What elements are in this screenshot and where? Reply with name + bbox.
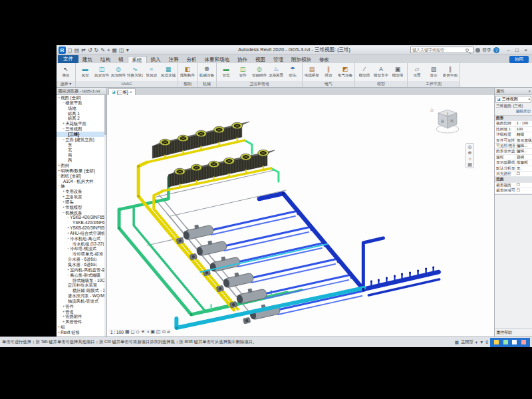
tree-expander-icon[interactable]: − <box>57 273 70 278</box>
tree-expander-icon[interactable] <box>57 299 68 304</box>
ribbon-tool[interactable]: ∿转换为软风管 <box>127 66 143 78</box>
tree-item[interactable]: 西 <box>57 158 106 163</box>
cooling-tower-bank-b[interactable] <box>168 150 275 187</box>
tree-item[interactable]: + YSKB-620/3INF65Z <box>57 225 106 231</box>
tree-item[interactable]: + 卫浴装置 <box>57 194 106 200</box>
property-row[interactable]: 视图比例 1 : 100 <box>495 121 532 126</box>
tree-item[interactable]: − YSKB-420/3INF65Z <box>57 215 106 220</box>
file-tab[interactable]: 文件 <box>58 55 78 63</box>
tree-item[interactable]: + 天花板平面 <box>57 121 106 126</box>
property-row[interactable]: 默认分析显示... 无 <box>495 166 532 172</box>
panel-label[interactable]: 电气 <box>303 81 354 87</box>
ribbon-tab[interactable]: 结构 <box>96 56 114 63</box>
tree-expander-icon[interactable] <box>57 106 68 111</box>
ribbon-tool[interactable]: ☂喷头 <box>285 66 301 78</box>
view-control-icon[interactable]: ⊙ <box>162 329 166 334</box>
ribbon-tool[interactable]: ▨显示 <box>426 66 442 78</box>
collaboration-button[interactable]: 协同 <box>509 56 529 63</box>
ribbon-tool[interactable]: ◎风管附件 <box>110 66 126 78</box>
taskbar-app-icon[interactable] <box>494 340 499 344</box>
tree-expander-icon[interactable]: − <box>57 210 65 215</box>
tree-item[interactable]: − 族 <box>57 184 106 189</box>
tree-item[interactable]: 南 <box>57 152 106 158</box>
view-control-icon[interactable]: ☀ <box>141 329 145 334</box>
signin-button[interactable]: 登录 <box>482 47 491 53</box>
property-row[interactable]: 裁剪视图 ☐ <box>495 183 532 188</box>
view-tab-3d[interactable]: ◪ {三维} × <box>108 88 136 95</box>
tree-item[interactable]: 轴流风机-管道式 <box>57 299 106 304</box>
ribbon-tab[interactable]: 修改 <box>315 56 333 63</box>
property-row[interactable]: 规程 协调 <box>495 155 532 160</box>
browser-scrollbar[interactable] <box>104 95 106 336</box>
qat-button-icon[interactable]: ↺ <box>87 47 93 54</box>
tree-item[interactable]: YSKB-420/3INF65Z <box>57 220 106 225</box>
tree-expander-icon[interactable] <box>57 147 68 152</box>
tree-item[interactable]: 标高 2 <box>57 116 106 121</box>
tree-item[interactable]: 冷水机组 (12-22) <box>57 241 106 247</box>
taskbar-app-icon[interactable] <box>521 340 526 344</box>
viewcube-home-icon[interactable]: ⌂ <box>430 107 434 113</box>
tree-item[interactable]: + 常规模型 <box>57 205 106 210</box>
ribbon-tool[interactable]: ◎管路附件 <box>251 66 267 78</box>
tree-item[interactable]: + 专用设备 <box>57 189 106 194</box>
view-control-icon[interactable]: ▣ <box>150 329 155 334</box>
ribbon-tool[interactable]: ◫风管管件 <box>94 66 110 78</box>
tree-expander-icon[interactable]: + <box>57 304 65 309</box>
tree-item[interactable]: − 冷水机组-离心式 <box>57 236 106 241</box>
tree-expander-icon[interactable]: − <box>57 100 65 106</box>
ribbon-tool[interactable]: ▦风道末端 <box>160 66 176 78</box>
property-row[interactable]: 图形 <box>495 116 532 121</box>
tree-item[interactable]: 东 <box>57 142 106 148</box>
tree-expander-icon[interactable] <box>57 278 72 283</box>
scale-button[interactable]: 1 : 100 <box>110 330 124 334</box>
nav-tool-icon[interactable]: ▤ <box>467 162 472 168</box>
tree-item[interactable]: 北 <box>57 147 106 152</box>
view-control-icon[interactable]: ◰ <box>156 329 161 334</box>
ribbon-tab[interactable]: 系统 <box>128 56 147 63</box>
nav-tool-icon[interactable]: ⌂ <box>468 156 471 162</box>
tree-item[interactable]: + 管道 <box>57 309 106 315</box>
tree-expander-icon[interactable] <box>57 158 68 163</box>
tree-expander-icon[interactable]: + <box>57 225 70 231</box>
workset-selector[interactable]: 主模型 <box>461 339 473 345</box>
tree-item[interactable]: − 离心泵-卧式端吸 <box>57 273 106 278</box>
ribbon-tool[interactable]: ◩电气设备 <box>337 66 353 78</box>
qat-button-icon[interactable]: ⇄ <box>80 47 86 54</box>
tree-item[interactable]: + 明细表/数量 (全部) <box>57 168 106 174</box>
tree-item[interactable]: + 风管管件 <box>57 319 106 325</box>
tree-expander-icon[interactable] <box>57 220 72 225</box>
tree-item[interactable]: − 三维视图 <box>57 126 106 132</box>
tree-expander-icon[interactable]: + <box>57 314 65 319</box>
tree-expander-icon[interactable]: − <box>57 137 65 142</box>
project-browser-header[interactable]: 项目浏览器 - GD5-3.rvt <box>57 88 106 95</box>
qat-button-icon[interactable]: ▤ <box>74 47 80 54</box>
tree-item[interactable]: 标高 1 <box>57 111 106 116</box>
qat-button-icon[interactable]: ◻ <box>67 47 73 54</box>
tree-item[interactable]: + 室内机-风机盘管-卧式暗装 <box>57 267 106 273</box>
revit-logo-icon[interactable]: R <box>59 47 66 54</box>
maximize-button[interactable]: □ <box>513 47 521 53</box>
panel-label[interactable]: HVAC <box>76 81 178 87</box>
tree-expander-icon[interactable]: + <box>57 319 65 325</box>
tree-item[interactable]: − 冷却塔-横流式 <box>57 246 106 251</box>
nav-tool-icon[interactable]: ⊕ <box>468 150 472 156</box>
tree-item[interactable]: + AHU-组合式空调机组 <box>57 231 106 236</box>
nav-tool-icon[interactable]: ◎ <box>467 144 471 150</box>
ribbon-tool[interactable]: ▤电缆桥架 <box>304 66 320 78</box>
panel-label[interactable]: 卫浴和管道 <box>217 81 302 87</box>
view-control-icon[interactable]: ◑ <box>146 329 149 334</box>
properties-header[interactable]: 属性 × <box>495 88 532 95</box>
tree-item[interactable]: 定压补给水装置 <box>57 283 106 288</box>
tree-expander-icon[interactable]: − <box>57 126 65 132</box>
property-row[interactable]: 详细程度 精细 <box>495 132 532 138</box>
panel-label[interactable]: 预制 <box>178 81 197 87</box>
tree-item[interactable]: {三维} <box>57 132 106 137</box>
tree-item[interactable]: 潜水排污泵 - WQ/M-8 - 污废水 - 100-115 Ch <box>57 293 106 299</box>
tree-item[interactable]: 场地 <box>57 106 106 111</box>
ribbon-tab[interactable]: 视图 <box>251 56 269 63</box>
tree-expander-icon[interactable]: + <box>57 189 65 194</box>
type-selector[interactable]: ◪ 三维视图 ▾ <box>495 96 531 103</box>
tree-expander-icon[interactable]: − <box>57 236 70 241</box>
ribbon-tab[interactable]: 协作 <box>233 56 251 63</box>
ribbon-tab[interactable]: 注释 <box>165 56 183 63</box>
